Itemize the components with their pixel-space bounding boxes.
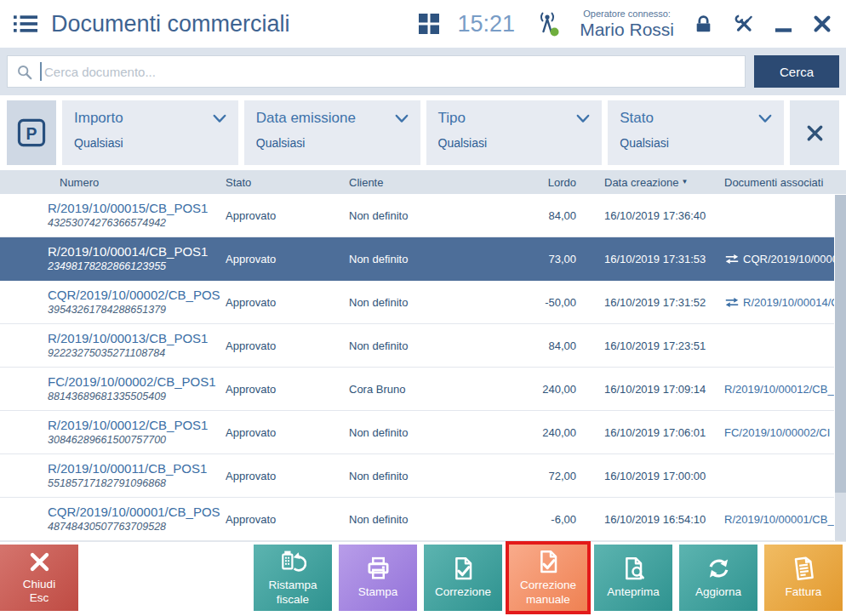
button-label: Fattura bbox=[784, 585, 824, 599]
title-bar: Documenti commerciali 15:21 Operatore co… bbox=[0, 0, 846, 48]
cell-cliente: Cora Bruno bbox=[349, 383, 502, 396]
table-header-row: Numero Stato Cliente Lordo Data creazion… bbox=[0, 170, 846, 194]
action-button-correzione[interactable]: Correzione bbox=[424, 545, 502, 611]
table-row[interactable]: FC/2019/10/00002/CB_POS1 881436896813355… bbox=[0, 368, 834, 411]
column-header-documenti-associati[interactable]: Documenti associati bbox=[719, 176, 834, 189]
chevron-down-icon bbox=[213, 114, 226, 123]
cell-data-creazione: 16/10/2019 17:09:14 bbox=[596, 383, 719, 396]
clear-filters-button[interactable] bbox=[790, 100, 839, 165]
chevron-down-icon bbox=[395, 114, 409, 123]
cell-data-creazione: 16/10/2019 16:54:10 bbox=[596, 513, 719, 526]
clear-filters-icon bbox=[805, 123, 825, 143]
cell-numero: CQR/2019/10/00002/CB_POS 395432617842886… bbox=[0, 288, 226, 317]
cell-lordo: 240,00 bbox=[502, 383, 596, 396]
cell-data-creazione: 16/10/2019 17:31:52 bbox=[596, 296, 719, 309]
close-icon[interactable] bbox=[812, 14, 832, 34]
filter-dropdown-data-emissione[interactable]: Data emissione Qualsiasi bbox=[244, 100, 420, 165]
column-header-lordo[interactable]: Lordo bbox=[502, 176, 596, 189]
divider bbox=[0, 541, 846, 542]
table-row[interactable]: R/2019/10/00013/CB_POS1 9222327503527110… bbox=[0, 324, 834, 368]
search-input[interactable]: Cerca documento... bbox=[7, 55, 746, 88]
page-title: Documenti commerciali bbox=[51, 11, 290, 37]
minimize-icon[interactable] bbox=[774, 14, 793, 34]
parking-button[interactable]: P bbox=[7, 100, 56, 165]
table-row[interactable]: R/2019/10/00012/CB_POS1 3084628966150075… bbox=[0, 411, 834, 454]
action-button-stampa[interactable]: Stampa bbox=[339, 545, 417, 611]
cell-lordo: 84,00 bbox=[502, 209, 596, 222]
column-header-data-creazione[interactable]: Data creazione▼ bbox=[596, 176, 719, 189]
table-row[interactable]: CQR/2019/10/00002/CB_POS 395432617842886… bbox=[0, 281, 834, 324]
cell-data-creazione: 16/10/2019 17:36:40 bbox=[596, 209, 719, 222]
cell-cliente: Non definito bbox=[349, 426, 502, 439]
operator-name: Mario Rossi bbox=[580, 20, 674, 39]
text-caret bbox=[40, 62, 42, 81]
action-bar-group: Ristampa fiscale Stampa Correzione Corre… bbox=[254, 545, 843, 611]
cell-lordo: 240,00 bbox=[502, 426, 596, 439]
search-button[interactable]: Cerca bbox=[754, 55, 839, 88]
filter-dropdown-tipo[interactable]: Tipo Qualsiasi bbox=[426, 100, 603, 165]
cell-numero: CQR/2019/10/00001/CB_POS 487484305077637… bbox=[0, 505, 226, 533]
action-button-aggiorna[interactable]: Aggiorna bbox=[679, 545, 757, 611]
table-row[interactable]: R/2019/10/00014/CB_POS1 2349817828286612… bbox=[0, 237, 834, 281]
filter-label: Stato bbox=[620, 110, 654, 127]
tools-icon[interactable] bbox=[733, 13, 755, 35]
column-header-numero[interactable]: Numero bbox=[0, 176, 226, 189]
parking-letter: P bbox=[26, 124, 37, 143]
lock-icon[interactable] bbox=[693, 14, 714, 35]
cell-stato: Approvato bbox=[226, 296, 349, 309]
action-button-chiudi[interactable]: Chiudi Esc bbox=[0, 545, 78, 611]
filter-value: Qualsiasi bbox=[438, 136, 591, 150]
vertical-scrollbar[interactable] bbox=[835, 195, 846, 541]
menu-icon[interactable] bbox=[14, 14, 37, 33]
filter-dropdown-importo[interactable]: Importo Qualsiasi bbox=[62, 100, 238, 165]
cell-numero: R/2019/10/00011/CB_POS1 5518571718279109… bbox=[0, 461, 226, 490]
parking-icon: P bbox=[17, 118, 46, 147]
cell-documenti-associati: CQR/2019/10/00002/ bbox=[719, 253, 834, 265]
column-header-stato[interactable]: Stato bbox=[226, 176, 349, 189]
cell-lordo: 72,00 bbox=[502, 470, 596, 482]
filter-label: Tipo bbox=[438, 110, 466, 127]
button-label: Correzione manuale bbox=[509, 579, 587, 606]
cell-cliente: Non definito bbox=[349, 253, 502, 265]
grid-icon[interactable] bbox=[419, 14, 439, 34]
filter-label: Importo bbox=[74, 110, 123, 127]
table-row[interactable]: CQR/2019/10/00001/CB_POS 487484305077637… bbox=[0, 498, 834, 541]
cell-documenti-associati: FC/2019/10/00002/CI bbox=[719, 426, 834, 439]
cell-numero: R/2019/10/00014/CB_POS1 2349817828286612… bbox=[0, 244, 226, 273]
button-label: Chiudi Esc bbox=[21, 578, 57, 605]
button-label: Ristampa fiscale bbox=[254, 579, 332, 606]
search-placeholder: Cerca documento... bbox=[44, 65, 156, 79]
cell-numero: FC/2019/10/00002/CB_POS1 881436896813355… bbox=[0, 374, 226, 403]
table-row[interactable]: R/2019/10/00011/CB_POS1 5518571718279109… bbox=[0, 454, 834, 498]
signal-antenna-icon bbox=[534, 10, 561, 37]
filter-dropdown-stato[interactable]: Stato Qualsiasi bbox=[608, 100, 784, 165]
cell-stato: Approvato bbox=[226, 339, 349, 352]
swap-icon bbox=[724, 254, 740, 265]
scrollbar-thumb[interactable] bbox=[835, 195, 846, 493]
cell-lordo: -6,00 bbox=[502, 513, 596, 526]
cell-data-creazione: 16/10/2019 17:00:00 bbox=[596, 470, 719, 482]
cell-cliente: Non definito bbox=[349, 296, 502, 309]
app-window: Documenti commerciali 15:21 Operatore co… bbox=[0, 0, 846, 616]
document-check-icon bbox=[535, 549, 562, 574]
filter-value: Qualsiasi bbox=[620, 136, 772, 150]
button-label: Stampa bbox=[357, 585, 400, 599]
cell-cliente: Non definito bbox=[349, 339, 502, 352]
action-button-anteprima[interactable]: Anteprima bbox=[594, 545, 672, 611]
action-button-fattura[interactable]: Fattura bbox=[764, 545, 843, 611]
chevron-down-icon bbox=[758, 114, 772, 123]
cell-stato: Approvato bbox=[226, 513, 349, 526]
action-button-ristampa-fiscale[interactable]: Ristampa fiscale bbox=[254, 545, 332, 611]
cell-stato: Approvato bbox=[226, 426, 349, 439]
column-header-cliente[interactable]: Cliente bbox=[349, 176, 502, 189]
cell-data-creazione: 16/10/2019 17:31:53 bbox=[596, 253, 719, 265]
action-button-correzione-manuale[interactable]: Correzione manuale bbox=[509, 545, 587, 611]
button-label: Anteprima bbox=[605, 585, 661, 599]
fiscal-reprint-icon bbox=[280, 549, 306, 574]
cell-documenti-associati: R/2019/10/00012/CB_ bbox=[719, 383, 834, 396]
cell-stato: Approvato bbox=[226, 253, 349, 265]
table-row[interactable]: R/2019/10/00015/CB_POS1 4325307427636657… bbox=[0, 194, 834, 237]
button-label: Aggiorna bbox=[694, 585, 743, 599]
chevron-down-icon bbox=[576, 114, 590, 123]
operator-info: Operatore connesso: Mario Rossi bbox=[580, 9, 674, 38]
